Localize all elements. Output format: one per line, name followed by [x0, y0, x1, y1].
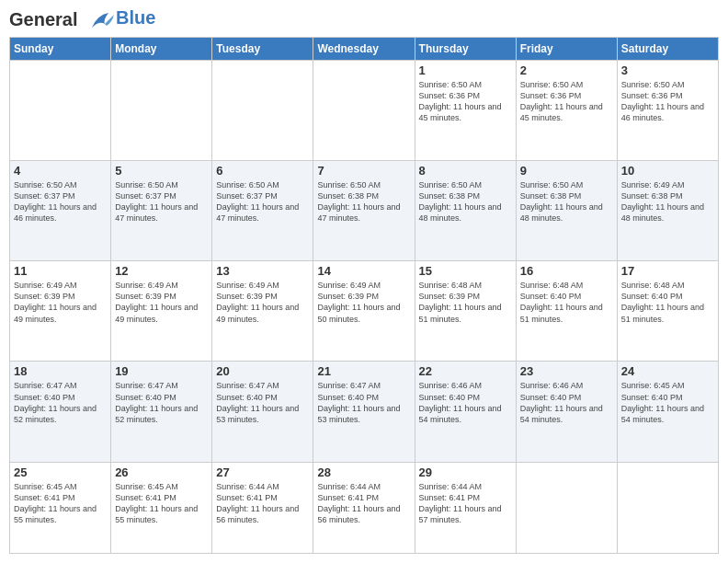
day-number: 11 — [14, 264, 107, 278]
table-row: 8Sunrise: 6:50 AM Sunset: 6:38 PM Daylig… — [415, 160, 516, 260]
day-number: 19 — [115, 364, 208, 378]
table-row: 1Sunrise: 6:50 AM Sunset: 6:36 PM Daylig… — [415, 60, 516, 160]
table-row: 6Sunrise: 6:50 AM Sunset: 6:37 PM Daylig… — [212, 160, 313, 260]
table-row: 16Sunrise: 6:48 AM Sunset: 6:40 PM Dayli… — [516, 261, 617, 362]
table-row: 23Sunrise: 6:46 AM Sunset: 6:40 PM Dayli… — [516, 362, 617, 462]
day-info: Sunrise: 6:49 AM Sunset: 6:39 PM Dayligh… — [317, 280, 410, 325]
day-info: Sunrise: 6:46 AM Sunset: 6:40 PM Dayligh… — [520, 380, 613, 425]
day-number: 20 — [216, 364, 309, 378]
day-number: 26 — [115, 465, 208, 479]
col-thursday: Thursday — [415, 37, 516, 60]
day-number: 1 — [419, 63, 512, 77]
day-info: Sunrise: 6:45 AM Sunset: 6:41 PM Dayligh… — [115, 481, 208, 526]
table-row: 27Sunrise: 6:44 AM Sunset: 6:41 PM Dayli… — [212, 462, 313, 553]
day-info: Sunrise: 6:48 AM Sunset: 6:39 PM Dayligh… — [419, 280, 512, 325]
day-info: Sunrise: 6:47 AM Sunset: 6:40 PM Dayligh… — [216, 380, 309, 425]
day-info: Sunrise: 6:50 AM Sunset: 6:38 PM Dayligh… — [520, 179, 613, 224]
logo-general: General — [9, 9, 77, 29]
day-number: 4 — [14, 164, 107, 178]
day-info: Sunrise: 6:50 AM Sunset: 6:38 PM Dayligh… — [419, 179, 512, 224]
day-number: 22 — [419, 364, 512, 378]
day-number: 27 — [216, 465, 309, 479]
day-info: Sunrise: 6:45 AM Sunset: 6:40 PM Dayligh… — [621, 380, 714, 425]
table-row: 26Sunrise: 6:45 AM Sunset: 6:41 PM Dayli… — [111, 462, 212, 553]
day-number: 28 — [317, 465, 410, 479]
day-info: Sunrise: 6:44 AM Sunset: 6:41 PM Dayligh… — [419, 481, 512, 526]
day-info: Sunrise: 6:47 AM Sunset: 6:40 PM Dayligh… — [317, 380, 410, 425]
table-row: 19Sunrise: 6:47 AM Sunset: 6:40 PM Dayli… — [111, 362, 212, 462]
table-row — [313, 60, 415, 160]
day-number: 12 — [115, 264, 208, 278]
day-info: Sunrise: 6:49 AM Sunset: 6:39 PM Dayligh… — [115, 280, 208, 325]
table-row: 18Sunrise: 6:47 AM Sunset: 6:40 PM Dayli… — [10, 362, 111, 462]
table-row — [212, 60, 313, 160]
col-monday: Monday — [111, 37, 212, 60]
table-row: 14Sunrise: 6:49 AM Sunset: 6:39 PM Dayli… — [313, 261, 415, 362]
day-info: Sunrise: 6:50 AM Sunset: 6:37 PM Dayligh… — [14, 179, 107, 224]
col-wednesday: Wednesday — [313, 37, 415, 60]
day-number: 16 — [520, 264, 613, 278]
table-row: 12Sunrise: 6:49 AM Sunset: 6:39 PM Dayli… — [111, 261, 212, 362]
day-info: Sunrise: 6:48 AM Sunset: 6:40 PM Dayligh… — [520, 280, 613, 325]
table-row: 2Sunrise: 6:50 AM Sunset: 6:36 PM Daylig… — [516, 60, 617, 160]
day-number: 13 — [216, 264, 309, 278]
day-info: Sunrise: 6:44 AM Sunset: 6:41 PM Dayligh… — [317, 481, 410, 526]
table-row: 7Sunrise: 6:50 AM Sunset: 6:38 PM Daylig… — [313, 160, 415, 260]
col-saturday: Saturday — [617, 37, 718, 60]
table-row — [10, 60, 111, 160]
table-row: 28Sunrise: 6:44 AM Sunset: 6:41 PM Dayli… — [313, 462, 415, 553]
day-number: 24 — [621, 364, 714, 378]
day-info: Sunrise: 6:50 AM Sunset: 6:36 PM Dayligh… — [621, 79, 714, 124]
day-info: Sunrise: 6:44 AM Sunset: 6:41 PM Dayligh… — [216, 481, 309, 526]
page: General Blue Sunday Monday Tuesday — [0, 0, 728, 563]
day-info: Sunrise: 6:50 AM Sunset: 6:37 PM Dayligh… — [216, 179, 309, 224]
table-row: 9Sunrise: 6:50 AM Sunset: 6:38 PM Daylig… — [516, 160, 617, 260]
day-info: Sunrise: 6:46 AM Sunset: 6:40 PM Dayligh… — [419, 380, 512, 425]
table-row: 3Sunrise: 6:50 AM Sunset: 6:36 PM Daylig… — [617, 60, 718, 160]
logo-blue: Blue — [116, 7, 155, 29]
table-row: 5Sunrise: 6:50 AM Sunset: 6:37 PM Daylig… — [111, 160, 212, 260]
table-row: 10Sunrise: 6:49 AM Sunset: 6:38 PM Dayli… — [617, 160, 718, 260]
day-number: 6 — [216, 164, 309, 178]
day-info: Sunrise: 6:49 AM Sunset: 6:39 PM Dayligh… — [216, 280, 309, 325]
table-row: 4Sunrise: 6:50 AM Sunset: 6:37 PM Daylig… — [10, 160, 111, 260]
logo: General Blue — [9, 9, 155, 31]
table-row: 20Sunrise: 6:47 AM Sunset: 6:40 PM Dayli… — [212, 362, 313, 462]
day-info: Sunrise: 6:49 AM Sunset: 6:39 PM Dayligh… — [14, 280, 107, 325]
table-row: 13Sunrise: 6:49 AM Sunset: 6:39 PM Dayli… — [212, 261, 313, 362]
table-row: 15Sunrise: 6:48 AM Sunset: 6:39 PM Dayli… — [415, 261, 516, 362]
calendar-table: Sunday Monday Tuesday Wednesday Thursday… — [9, 37, 719, 554]
day-info: Sunrise: 6:50 AM Sunset: 6:36 PM Dayligh… — [419, 79, 512, 124]
table-row — [617, 462, 718, 553]
day-number: 17 — [621, 264, 714, 278]
logo-bird-icon — [85, 11, 114, 31]
table-row: 21Sunrise: 6:47 AM Sunset: 6:40 PM Dayli… — [313, 362, 415, 462]
table-row: 24Sunrise: 6:45 AM Sunset: 6:40 PM Dayli… — [617, 362, 718, 462]
table-row: 29Sunrise: 6:44 AM Sunset: 6:41 PM Dayli… — [415, 462, 516, 553]
day-number: 2 — [520, 63, 613, 77]
day-info: Sunrise: 6:48 AM Sunset: 6:40 PM Dayligh… — [621, 280, 714, 325]
table-row: 25Sunrise: 6:45 AM Sunset: 6:41 PM Dayli… — [10, 462, 111, 553]
day-info: Sunrise: 6:45 AM Sunset: 6:41 PM Dayligh… — [14, 481, 107, 526]
table-row: 17Sunrise: 6:48 AM Sunset: 6:40 PM Dayli… — [617, 261, 718, 362]
table-row: 22Sunrise: 6:46 AM Sunset: 6:40 PM Dayli… — [415, 362, 516, 462]
col-friday: Friday — [516, 37, 617, 60]
day-number: 15 — [419, 264, 512, 278]
table-row — [111, 60, 212, 160]
day-info: Sunrise: 6:49 AM Sunset: 6:38 PM Dayligh… — [621, 179, 714, 224]
day-number: 9 — [520, 164, 613, 178]
day-number: 23 — [520, 364, 613, 378]
table-row — [516, 462, 617, 553]
day-number: 18 — [14, 364, 107, 378]
day-number: 7 — [317, 164, 410, 178]
day-info: Sunrise: 6:47 AM Sunset: 6:40 PM Dayligh… — [14, 380, 107, 425]
day-info: Sunrise: 6:50 AM Sunset: 6:36 PM Dayligh… — [520, 79, 613, 124]
calendar-header-row: Sunday Monday Tuesday Wednesday Thursday… — [10, 37, 719, 60]
day-number: 14 — [317, 264, 410, 278]
col-sunday: Sunday — [10, 37, 111, 60]
day-number: 25 — [14, 465, 107, 479]
day-info: Sunrise: 6:50 AM Sunset: 6:37 PM Dayligh… — [115, 179, 208, 224]
header: General Blue — [9, 9, 719, 31]
table-row: 11Sunrise: 6:49 AM Sunset: 6:39 PM Dayli… — [10, 261, 111, 362]
day-number: 5 — [115, 164, 208, 178]
